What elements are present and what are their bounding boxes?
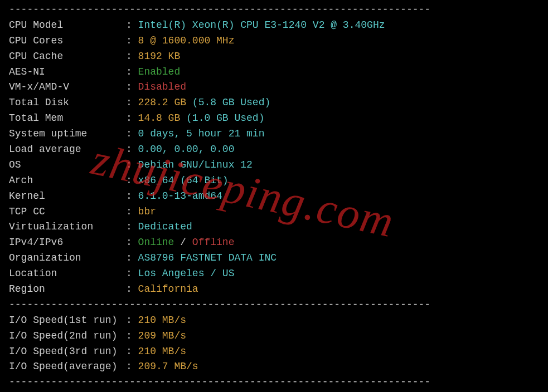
io-run2-row: I/O Speed(2nd run): 209 MB/s (9, 329, 539, 344)
io-run1-label: I/O Speed(1st run) (9, 313, 126, 329)
load-row: Load average: 0.00, 0.00, 0.00 (9, 142, 539, 158)
location-label: Location (9, 266, 126, 282)
tcp-cc-row: TCP CC: bbr (9, 204, 539, 220)
arch-value: x86_64 (64 Bit) (138, 175, 229, 186)
virt-value: Dedicated (138, 221, 192, 232)
ipv-sep: / (174, 237, 192, 248)
location-value: Los Angeles / US (138, 268, 235, 279)
divider: ----------------------------------------… (9, 2, 539, 18)
vmx-label: VM-x/AMD-V (9, 80, 126, 95)
total-mem-extra: (1.0 GB Used) (186, 112, 264, 124)
io-run1-row: I/O Speed(1st run): 210 MB/s (9, 313, 539, 329)
cpu-cache-row: CPU Cache: 8192 KB (9, 49, 539, 65)
kernel-row: Kernel: 6.1.0-13-amd64 (9, 189, 539, 204)
uptime-value: 0 days, 5 hour 21 min (138, 128, 265, 139)
ipv4-status: Online (138, 237, 174, 248)
ipv-row: IPv4/IPv6: Online / Offline (9, 235, 539, 251)
tcp-cc-label: TCP CC (9, 204, 126, 220)
uptime-row: System uptime: 0 days, 5 hour 21 min (9, 126, 539, 142)
uptime-label: System uptime (9, 126, 126, 142)
terminal-output: ----------------------------------------… (0, 0, 548, 392)
aes-ni-row: AES-NI: Enabled (9, 65, 539, 80)
total-disk-row: Total Disk: 228.2 GB (5.8 GB Used) (9, 95, 539, 111)
ipv6-status: Offline (192, 237, 235, 248)
arch-label: Arch (9, 173, 126, 189)
ipv-label: IPv4/IPv6 (9, 235, 126, 251)
org-value: AS8796 FASTNET DATA INC (138, 252, 277, 263)
kernel-value: 6.1.0-13-amd64 (138, 190, 222, 202)
io-run2-value: 209 MB/s (138, 330, 186, 341)
org-row: Organization: AS8796 FASTNET DATA INC (9, 251, 539, 266)
io-run2-label: I/O Speed(2nd run) (9, 329, 126, 344)
vmx-value: Disabled (138, 81, 186, 92)
io-run3-row: I/O Speed(3rd run): 210 MB/s (9, 344, 539, 360)
os-value: Debian GNU/Linux 12 (138, 159, 253, 170)
io-run3-value: 210 MB/s (138, 346, 186, 357)
total-mem-value: 14.8 GB (138, 112, 181, 124)
total-disk-value: 228.2 GB (138, 97, 186, 108)
io-run1-value: 210 MB/s (138, 315, 186, 326)
total-mem-label: Total Mem (9, 111, 126, 126)
total-disk-label: Total Disk (9, 95, 126, 111)
region-row: Region: California (9, 282, 539, 297)
load-label: Load average (9, 142, 126, 158)
region-label: Region (9, 282, 126, 297)
vmx-row: VM-x/AMD-V: Disabled (9, 80, 539, 95)
aes-ni-label: AES-NI (9, 65, 126, 80)
cpu-model-label: CPU Model (9, 18, 126, 33)
arch-row: Arch: x86_64 (64 Bit) (9, 173, 539, 189)
cpu-cores-row: CPU Cores: 8 @ 1600.000 MHz (9, 33, 539, 49)
cpu-cache-label: CPU Cache (9, 49, 126, 65)
kernel-label: Kernel (9, 189, 126, 204)
tcp-cc-value: bbr (138, 206, 156, 217)
cpu-model-row: CPU Model: Intel(R) Xeon(R) CPU E3-1240 … (9, 18, 539, 33)
os-label: OS (9, 158, 126, 173)
io-avg-row: I/O Speed(average): 209.7 MB/s (9, 359, 539, 375)
io-avg-value: 209.7 MB/s (138, 361, 198, 372)
location-row: Location: Los Angeles / US (9, 266, 539, 282)
virt-row: Virtualization: Dedicated (9, 219, 539, 235)
divider: ----------------------------------------… (9, 297, 539, 313)
cpu-cores-label: CPU Cores (9, 33, 126, 49)
os-row: OS: Debian GNU/Linux 12 (9, 158, 539, 173)
io-avg-label: I/O Speed(average) (9, 359, 126, 375)
load-value: 0.00, 0.00, 0.00 (138, 144, 235, 155)
cpu-cache-value: 8192 KB (138, 51, 181, 62)
total-disk-extra: (5.8 GB Used) (192, 97, 270, 108)
cpu-cores-value: 8 @ 1600.000 MHz (138, 35, 235, 46)
aes-ni-value: Enabled (138, 66, 181, 77)
org-label: Organization (9, 251, 126, 266)
region-value: California (138, 283, 198, 295)
total-mem-row: Total Mem: 14.8 GB (1.0 GB Used) (9, 111, 539, 126)
virt-label: Virtualization (9, 219, 126, 235)
cpu-model-value: Intel(R) Xeon(R) CPU E3-1240 V2 @ 3.40GH… (138, 19, 385, 31)
divider: ----------------------------------------… (9, 375, 539, 390)
io-run3-label: I/O Speed(3rd run) (9, 344, 126, 360)
